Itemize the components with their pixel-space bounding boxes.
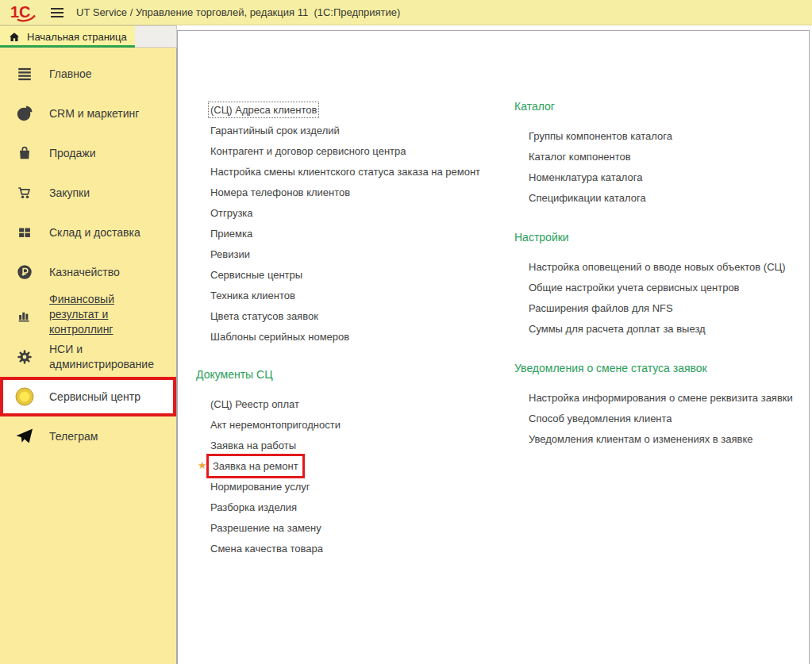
- command-link[interactable]: Разрешение на замену: [210, 522, 321, 534]
- command-link[interactable]: Номенклатура каталога: [529, 171, 642, 183]
- right-column: Каталог Группы компонентов каталога Ката…: [514, 99, 809, 664]
- command-link-row: Настройка информирования о смене реквизи…: [529, 387, 809, 408]
- command-link-row: Номенклатура каталога: [529, 167, 809, 187]
- sidebar-item-nsi-admin[interactable]: НСИ и администрирование: [0, 337, 176, 377]
- left-column: ★ (СЦ) Адреса клиентов ★ Гарантийный сро…: [196, 99, 514, 664]
- command-link[interactable]: Уведомления клиентам о изменениях в заяв…: [529, 433, 753, 445]
- command-link-row: ★ Цвета статусов заявок: [210, 305, 514, 326]
- window-title: UT Service / Управление торговлей, редак…: [76, 6, 400, 18]
- command-link[interactable]: Приемка: [210, 228, 252, 240]
- command-link-row: ★ Заявка на ремонт: [210, 455, 514, 476]
- home-icon: [8, 31, 21, 44]
- command-link[interactable]: Настройка смены клиентского статуса зака…: [210, 166, 480, 178]
- command-link-row: Каталог компонентов: [529, 146, 809, 167]
- command-link-row: Спецификации каталога: [529, 187, 809, 208]
- command-link[interactable]: Цвета статусов заявок: [210, 310, 318, 322]
- sidebar-item-label: Финансовый результат и контроллинг: [49, 292, 170, 337]
- command-link-row: ★ Разборка изделия: [210, 497, 514, 517]
- command-link[interactable]: Заявка на ремонт: [213, 460, 298, 472]
- section-header-settings: Настройки: [514, 230, 809, 245]
- command-link[interactable]: Разборка изделия: [210, 501, 297, 513]
- section-header-documents: Документы СЦ: [196, 367, 514, 382]
- sidebar-item-crm-marketing[interactable]: CRM и маркетинг: [0, 94, 176, 133]
- command-link-row: ★ Смена качества товара: [210, 538, 514, 558]
- sidebar-item-label: CRM и маркетинг: [49, 106, 170, 121]
- command-link-row: ★ Ревизии: [210, 244, 514, 264]
- content-panel: ★ (СЦ) Адреса клиентов ★ Гарантийный сро…: [177, 30, 810, 664]
- sidebar-item-sklad-dostavka[interactable]: Склад и доставка: [0, 213, 176, 252]
- command-link[interactable]: Контрагент и договор сервисного центра: [210, 145, 406, 157]
- gear-icon: [16, 347, 33, 367]
- command-link[interactable]: Шаблоны серийных номеров: [210, 331, 349, 343]
- command-link-row: ★ Отгрузка: [210, 202, 514, 223]
- command-link[interactable]: Отгрузка: [210, 207, 253, 219]
- sidebar-item-label: Продажи: [49, 146, 170, 161]
- service-center-icon: [14, 386, 35, 407]
- sidebar-item-telegram[interactable]: Телеграм: [0, 416, 176, 456]
- command-link[interactable]: (СЦ) Адреса клиентов: [210, 104, 317, 116]
- command-link-row: ★ Сервисные центры: [210, 264, 514, 285]
- command-link[interactable]: Смена качества товара: [210, 543, 323, 555]
- command-link[interactable]: (СЦ) Реестр оплат: [210, 398, 299, 410]
- section-settings: Настройки Настройка оповещений о вводе н…: [514, 230, 809, 339]
- command-link[interactable]: Гарантийный срок изделий: [210, 125, 340, 136]
- command-link[interactable]: Нормирование услуг: [210, 481, 310, 493]
- command-link-row: ★ Заявка на работы: [210, 435, 514, 455]
- command-link[interactable]: Техника клиентов: [210, 290, 295, 301]
- sidebar-item-service-center[interactable]: Сервисный центр: [0, 377, 176, 416]
- command-link-row: Общие настройки учета сервисных центров: [529, 277, 809, 297]
- link-group-documents: ★ (СЦ) Реестр оплат ★ Акт неремонтоприго…: [196, 393, 514, 558]
- command-link-row: ★ Разрешение на замену: [210, 517, 514, 538]
- command-link-row: Расширения файлов для NFS: [529, 297, 809, 318]
- command-link[interactable]: Группы компонентов каталога: [529, 130, 672, 142]
- command-link-row: Настройка оповещений о вводе новых объек…: [529, 256, 809, 277]
- bar-chart-icon: [16, 305, 33, 324]
- command-link[interactable]: Сервисные центры: [210, 269, 302, 281]
- svg-text:1С: 1С: [10, 3, 31, 21]
- favorite-star-icon: ★: [198, 455, 207, 476]
- sidebar-item-glavnoe[interactable]: Главное: [0, 54, 176, 94]
- command-link-row: ★ (СЦ) Адреса клиентов: [210, 99, 514, 120]
- shopping-bag-icon: [16, 144, 33, 163]
- titlebar: 1С UT Service / Управление торговлей, ре…: [0, 0, 812, 25]
- sidebar-item-zakupki[interactable]: Закупки: [0, 173, 176, 213]
- command-link-row: ★ Настройка смены клиентского статуса за…: [210, 161, 514, 182]
- command-link[interactable]: Номера телефонов клиентов: [210, 186, 350, 198]
- sidebar-item-kaznacheystvo[interactable]: Казначейство: [0, 252, 176, 292]
- command-link[interactable]: Способ уведомления клиента: [529, 413, 672, 424]
- sidebar-item-label: Телеграм: [49, 429, 170, 444]
- sidebar-item-label: Казначейство: [49, 265, 170, 280]
- command-link[interactable]: Суммы для расчета доплат за выезд: [529, 323, 706, 335]
- section-catalog: Каталог Группы компонентов каталога Ката…: [514, 99, 809, 208]
- main-menu-icon[interactable]: [51, 8, 63, 17]
- command-link[interactable]: Настройка информирования о смене реквизи…: [529, 392, 793, 404]
- command-link-row: Способ уведомления клиента: [529, 408, 809, 428]
- menu-icon: [16, 64, 33, 83]
- shopping-cart-icon: [16, 183, 33, 202]
- command-link-row: ★ Техника клиентов: [210, 285, 514, 305]
- command-link[interactable]: Общие настройки учета сервисных центров: [529, 282, 740, 294]
- sidebar-item-label: Закупки: [49, 186, 170, 201]
- command-link-row: ★ Приемка: [210, 223, 514, 244]
- ruble-icon: [16, 263, 33, 282]
- tab-home-page[interactable]: Начальная страница: [0, 25, 135, 48]
- command-link-row: ★ Шаблоны серийных номеров: [210, 326, 514, 347]
- sidebar-item-fin-rezultat[interactable]: Финансовый результат и контроллинг: [0, 292, 176, 337]
- command-link[interactable]: Настройка оповещений о вводе новых объек…: [529, 261, 786, 273]
- sidebar-item-prodazhi[interactable]: Продажи: [0, 133, 176, 173]
- command-link-row: ★ Гарантийный срок изделий: [210, 120, 514, 140]
- command-link-row: ★ Нормирование услуг: [210, 476, 514, 497]
- link-group-service-center: ★ (СЦ) Адреса клиентов ★ Гарантийный сро…: [196, 99, 514, 347]
- command-link[interactable]: Спецификации каталога: [529, 192, 646, 204]
- command-link[interactable]: Расширения файлов для NFS: [529, 302, 673, 314]
- command-link[interactable]: Каталог компонентов: [529, 151, 631, 163]
- command-link-row: ★ Акт неремонтопригодности: [210, 414, 514, 435]
- command-link-row: Уведомления клиентам о изменениях в заяв…: [529, 428, 809, 449]
- command-link[interactable]: Акт неремонтопригодности: [210, 419, 341, 431]
- sidebar-item-label: Главное: [49, 67, 170, 82]
- telegram-icon: [15, 427, 34, 446]
- command-link[interactable]: Ревизии: [210, 248, 250, 260]
- section-header-catalog: Каталог: [514, 99, 809, 114]
- command-link-row: Группы компонентов каталога: [529, 125, 809, 146]
- command-link[interactable]: Заявка на работы: [210, 439, 296, 451]
